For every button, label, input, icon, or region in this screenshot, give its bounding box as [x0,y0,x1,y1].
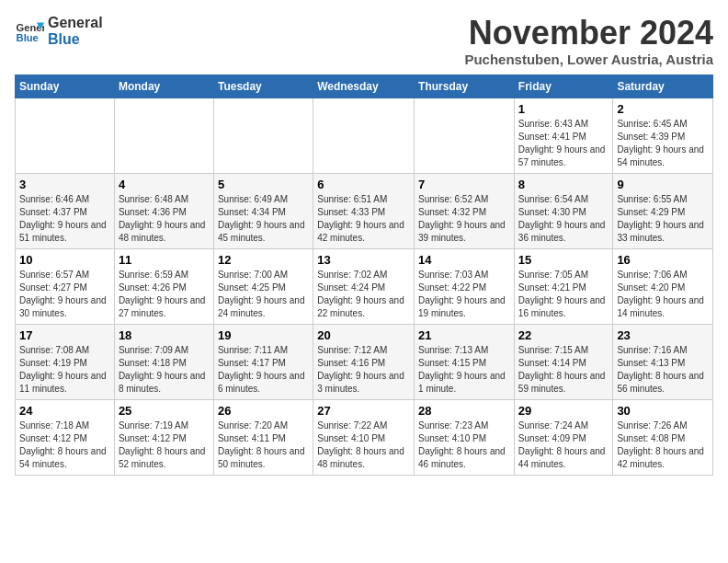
day-info: Sunrise: 7:24 AMSunset: 4:09 PMDaylight:… [518,419,609,471]
calendar-table: SundayMondayTuesdayWednesdayThursdayFrid… [15,75,713,476]
day-info: Sunrise: 6:51 AMSunset: 4:33 PMDaylight:… [317,193,410,245]
day-number: 17 [19,328,110,342]
calendar-cell [313,98,415,173]
day-number: 12 [218,253,309,267]
day-number: 29 [518,404,609,418]
calendar-cell [213,98,313,173]
day-info: Sunrise: 6:48 AMSunset: 4:36 PMDaylight:… [119,193,210,245]
calendar-cell: 23Sunrise: 7:16 AMSunset: 4:13 PMDayligh… [613,324,713,399]
logo-blue: Blue [48,31,103,48]
day-number: 24 [19,404,110,418]
day-info: Sunrise: 6:43 AMSunset: 4:41 PMDaylight:… [518,118,609,169]
calendar-cell: 10Sunrise: 6:57 AMSunset: 4:27 PMDayligh… [16,248,115,324]
calendar-cell: 21Sunrise: 7:13 AMSunset: 4:15 PMDayligh… [415,324,515,399]
calendar-cell: 24Sunrise: 7:18 AMSunset: 4:12 PMDayligh… [16,399,115,475]
day-number: 10 [19,253,110,267]
calendar-cell: 28Sunrise: 7:23 AMSunset: 4:10 PMDayligh… [415,399,515,475]
weekday-sunday: Sunday [16,75,115,98]
day-number: 5 [218,178,309,191]
day-number: 8 [518,178,609,191]
calendar-cell [114,98,213,173]
calendar-cell: 14Sunrise: 7:03 AMSunset: 4:22 PMDayligh… [415,248,515,324]
day-info: Sunrise: 7:08 AMSunset: 4:19 PMDaylight:… [19,344,110,396]
weekday-wednesday: Wednesday [313,75,415,98]
day-info: Sunrise: 7:18 AMSunset: 4:12 PMDaylight:… [19,419,110,471]
day-info: Sunrise: 6:55 AMSunset: 4:29 PMDaylight:… [617,193,709,245]
page-header: General Blue General Blue November 2024 … [15,15,713,67]
day-info: Sunrise: 7:05 AMSunset: 4:21 PMDaylight:… [518,269,609,320]
day-number: 7 [418,178,510,191]
location: Puchenstuben, Lower Austria, Austria [464,52,713,67]
calendar-week-3: 10Sunrise: 6:57 AMSunset: 4:27 PMDayligh… [16,248,713,324]
calendar-cell: 8Sunrise: 6:54 AMSunset: 4:30 PMDaylight… [514,173,613,248]
weekday-saturday: Saturday [613,75,713,98]
calendar-cell: 4Sunrise: 6:48 AMSunset: 4:36 PMDaylight… [114,173,213,248]
calendar-cell: 20Sunrise: 7:12 AMSunset: 4:16 PMDayligh… [313,324,415,399]
calendar-cell: 25Sunrise: 7:19 AMSunset: 4:12 PMDayligh… [114,399,213,475]
day-info: Sunrise: 7:23 AMSunset: 4:10 PMDaylight:… [418,419,510,471]
day-info: Sunrise: 7:16 AMSunset: 4:13 PMDaylight:… [617,344,709,396]
day-number: 4 [119,178,210,191]
calendar-cell: 16Sunrise: 7:06 AMSunset: 4:20 PMDayligh… [613,248,713,324]
day-info: Sunrise: 7:03 AMSunset: 4:22 PMDaylight:… [418,269,510,320]
calendar-header: SundayMondayTuesdayWednesdayThursdayFrid… [16,75,713,98]
day-info: Sunrise: 7:13 AMSunset: 4:15 PMDaylight:… [418,344,510,396]
day-info: Sunrise: 7:00 AMSunset: 4:25 PMDaylight:… [218,269,309,320]
weekday-header-row: SundayMondayTuesdayWednesdayThursdayFrid… [16,75,713,98]
logo-icon: General Blue [15,17,44,46]
title-block: November 2024 Puchenstuben, Lower Austri… [464,15,713,67]
day-info: Sunrise: 7:12 AMSunset: 4:16 PMDaylight:… [317,344,410,396]
day-number: 3 [19,178,110,191]
day-info: Sunrise: 7:09 AMSunset: 4:18 PMDaylight:… [119,344,210,396]
calendar-body: 1Sunrise: 6:43 AMSunset: 4:41 PMDaylight… [16,98,713,475]
calendar-cell: 6Sunrise: 6:51 AMSunset: 4:33 PMDaylight… [313,173,415,248]
calendar-cell: 19Sunrise: 7:11 AMSunset: 4:17 PMDayligh… [213,324,313,399]
calendar-cell: 22Sunrise: 7:15 AMSunset: 4:14 PMDayligh… [514,324,613,399]
day-number: 9 [617,178,709,191]
day-number: 13 [317,253,410,267]
day-number: 11 [119,253,210,267]
calendar-cell: 18Sunrise: 7:09 AMSunset: 4:18 PMDayligh… [114,324,213,399]
day-info: Sunrise: 7:26 AMSunset: 4:08 PMDaylight:… [617,419,709,471]
weekday-monday: Monday [114,75,213,98]
day-info: Sunrise: 6:45 AMSunset: 4:39 PMDaylight:… [617,118,709,169]
day-number: 2 [617,102,709,116]
calendar-cell: 5Sunrise: 6:49 AMSunset: 4:34 PMDaylight… [213,173,313,248]
day-info: Sunrise: 6:49 AMSunset: 4:34 PMDaylight:… [218,193,309,245]
calendar-cell: 11Sunrise: 6:59 AMSunset: 4:26 PMDayligh… [114,248,213,324]
calendar-cell: 15Sunrise: 7:05 AMSunset: 4:21 PMDayligh… [514,248,613,324]
day-number: 26 [218,404,309,418]
calendar-cell: 3Sunrise: 6:46 AMSunset: 4:37 PMDaylight… [16,173,115,248]
svg-text:Blue: Blue [17,32,39,43]
calendar-week-4: 17Sunrise: 7:08 AMSunset: 4:19 PMDayligh… [16,324,713,399]
day-number: 14 [418,253,510,267]
day-number: 16 [617,253,709,267]
month-title: November 2024 [464,15,713,52]
calendar-cell: 29Sunrise: 7:24 AMSunset: 4:09 PMDayligh… [514,399,613,475]
calendar-cell: 12Sunrise: 7:00 AMSunset: 4:25 PMDayligh… [213,248,313,324]
day-number: 15 [518,253,609,267]
day-info: Sunrise: 7:11 AMSunset: 4:17 PMDaylight:… [218,344,309,396]
weekday-thursday: Thursday [415,75,515,98]
day-info: Sunrise: 6:54 AMSunset: 4:30 PMDaylight:… [518,193,609,245]
calendar-cell: 2Sunrise: 6:45 AMSunset: 4:39 PMDaylight… [613,98,713,173]
weekday-friday: Friday [514,75,613,98]
day-number: 23 [617,328,709,342]
day-number: 30 [617,404,709,418]
day-number: 1 [518,102,609,116]
day-number: 21 [418,328,510,342]
calendar-cell: 13Sunrise: 7:02 AMSunset: 4:24 PMDayligh… [313,248,415,324]
day-number: 25 [119,404,210,418]
day-info: Sunrise: 7:15 AMSunset: 4:14 PMDaylight:… [518,344,609,396]
day-number: 19 [218,328,309,342]
calendar-week-2: 3Sunrise: 6:46 AMSunset: 4:37 PMDaylight… [16,173,713,248]
day-info: Sunrise: 7:06 AMSunset: 4:20 PMDaylight:… [617,269,709,320]
calendar-cell: 1Sunrise: 6:43 AMSunset: 4:41 PMDaylight… [514,98,613,173]
calendar-cell: 26Sunrise: 7:20 AMSunset: 4:11 PMDayligh… [213,399,313,475]
calendar-cell: 27Sunrise: 7:22 AMSunset: 4:10 PMDayligh… [313,399,415,475]
day-info: Sunrise: 6:59 AMSunset: 4:26 PMDaylight:… [119,269,210,320]
day-number: 20 [317,328,410,342]
day-number: 18 [119,328,210,342]
calendar-week-5: 24Sunrise: 7:18 AMSunset: 4:12 PMDayligh… [16,399,713,475]
logo-general: General [48,15,103,31]
